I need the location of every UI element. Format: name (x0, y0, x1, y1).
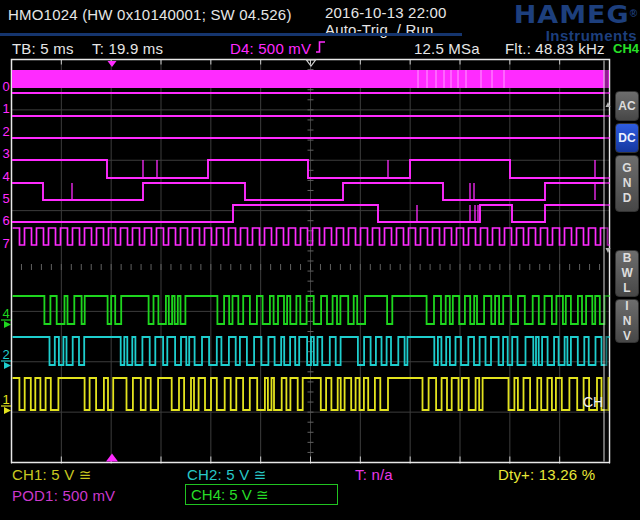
digital-channel-label-d2: 2 (3, 124, 10, 139)
analog-channel-label-ch1: 1 (3, 392, 10, 407)
digital-channel-label-d6: 6 (3, 213, 10, 228)
ch1-scale-readout: CH1: 5 V ≅ (12, 466, 92, 484)
device-title: HMO1024 (HW 0x10140001; SW 04.526) (8, 6, 292, 23)
duty-cycle-readout: Dty+: 13.26 % (498, 466, 595, 483)
coupling-dc-button[interactable]: DC (615, 123, 639, 153)
digital-channel-label-d7: 7 (3, 236, 10, 251)
dc-label: DC (618, 131, 635, 145)
ch4-scale-readout-selected[interactable]: CH4: 5 V ≅ (185, 484, 338, 505)
bwl-label: BWL (622, 251, 633, 296)
channel-ground-arrow-icon (4, 321, 11, 328)
datetime: 2016-10-13 22:00 (325, 4, 447, 21)
pod1-scale-readout: POD1: 500 mV (12, 487, 115, 504)
bandwidth-limit-button[interactable]: BWL (615, 250, 639, 297)
filter-readout: Flt.: 48.83 kHz (505, 40, 605, 57)
digital-channel-label-d1: 1 (3, 101, 10, 116)
brand-text: HAMEG (514, 1, 630, 27)
analog-wave-ch2 (13, 337, 610, 365)
digital-channel-label-d5: 5 (3, 191, 10, 206)
registered-mark: ® (630, 8, 637, 19)
digital-channel-label-d4: 4 (3, 169, 10, 184)
trigger-position-marker-bottom-icon[interactable] (106, 454, 118, 462)
rising-edge-icon (315, 40, 326, 57)
menu-title: CH4 (613, 42, 639, 56)
sample-rate-readout: 12.5 MSa (414, 40, 480, 57)
coupling-ac-button[interactable]: AC (615, 91, 639, 121)
coupling-gnd-button[interactable]: GND (615, 155, 639, 212)
analog-channel-label-ch2: 2 (3, 347, 10, 362)
digital-wave-d0 (12, 70, 609, 88)
ch2-scale-readout: CH2: 5 V ≅ (187, 466, 267, 484)
analog-channel-label-ch4: 4 (3, 306, 10, 321)
trigger-source-text: D4: 500 mV (230, 40, 311, 57)
timebase-readout: TB: 5 ms (12, 40, 74, 57)
invert-button[interactable]: INV (615, 299, 639, 343)
oscilloscope-screen: { "header": { "title": "HMO1024 (HW 0x10… (0, 0, 640, 520)
channel-ground-arrow-icon (4, 362, 11, 369)
header-divider (0, 33, 462, 36)
channel-ground-arrow-icon (4, 407, 11, 414)
inv-label: INV (622, 299, 633, 344)
waveform-display: 01234567421CH (0, 0, 640, 520)
trigger-source-readout: D4: 500 mV (230, 40, 326, 57)
trigger-position-marker-icon[interactable] (108, 61, 117, 67)
scrollbar-track[interactable] (605, 61, 609, 462)
trigger-time-readout: T: n/a (355, 466, 393, 483)
digital-channel-label-d3: 3 (3, 146, 10, 161)
gnd-label: GND (622, 161, 633, 206)
digital-channel-label-d0: 0 (3, 79, 10, 94)
channel-menu: CH4 AC DC GND BWL INV (613, 38, 640, 478)
time-offset-readout: T: 19.9 ms (92, 40, 163, 57)
ac-label: AC (618, 99, 635, 113)
plot-overlay-label: CH (583, 394, 603, 410)
